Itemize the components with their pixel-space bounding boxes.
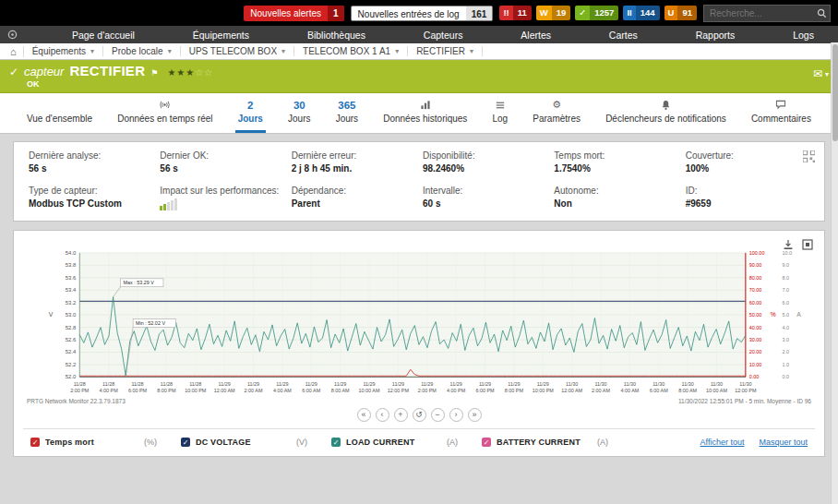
download-icon[interactable] [783,237,794,254]
tab-donn-es-historiques[interactable]: Données historiques [380,95,470,133]
tab-d-clencheurs-de-notifications[interactable]: Déclencheurs de notifications [603,95,729,133]
menu-item-biblioth-ques[interactable]: Bibliothèques [304,30,369,41]
stars-empty: ☆☆ [195,67,213,78]
tab-commentaires[interactable]: Commentaires [748,95,814,133]
breadcrumb-label: Probe locale [112,46,163,56]
channel-checkbox[interactable]: ✓ [482,438,491,447]
chevron-down-icon: ▾ [395,47,399,55]
home-icon[interactable]: ⌂ [4,46,24,57]
search-input[interactable] [704,8,813,18]
breadcrumb-item-telecom-box-1-a1[interactable]: TELECOM BOX 1 A1▾ [294,46,408,56]
paused-count: 144 [636,6,660,20]
new-alerts-label: Nouvelles alertes [244,6,328,21]
legend-item-temps-mort[interactable]: ✓Temps mort(%) [30,438,181,447]
vertical-scrollbar[interactable] [831,42,838,504]
info-value: 98.2460% [423,163,546,174]
channel-unit: (A) [447,438,458,447]
chart-area: 52.052.252.452.652.853.053.253.453.653.8… [23,247,815,397]
svg-text:2.0: 2.0 [782,349,789,354]
tab-vue-d-ensemble[interactable]: Vue d'ensemble [24,95,95,133]
chart-nav-step-back-button[interactable]: ‹ [376,408,389,422]
channel-checkbox[interactable]: ✓ [30,438,40,447]
chart-nav-jump-forward-button[interactable]: » [468,408,482,422]
svg-text:53.4: 53.4 [66,287,77,293]
svg-text:11/30: 11/30 [682,381,694,387]
status-badge-ok[interactable]: ✓1257 [575,6,618,20]
main-menu-bar: Page d'accueilÉquipementsBibliothèquesCa… [0,26,838,43]
info-value: 60 s [423,198,546,209]
breadcrumb-item-quipements[interactable]: Équipements▾ [24,46,103,56]
tab-365-jours[interactable]: 365Jours [333,95,361,133]
svg-text:11/29: 11/29 [479,381,491,387]
comment-icon [775,99,786,111]
chart-nav-reset-button[interactable]: ↺ [413,408,426,422]
tab-label: Paramètres [533,114,581,124]
tab-period-number: 365 [338,99,355,111]
menu-item-cartes[interactable]: Cartes [605,30,641,41]
scrollbar-thumb[interactable] [832,44,838,141]
menu-item-capteurs[interactable]: Capteurs [420,30,467,41]
channel-checkbox[interactable]: ✓ [181,438,190,447]
priority-stars[interactable]: ★★★☆☆ [167,67,213,78]
chart-legend: ✓Temps mort(%)✓DC VOLTAGE(V)✓LOAD CURREN… [23,428,815,452]
svg-text:11/30: 11/30 [594,381,606,387]
breadcrumb-label: UPS TELECOM BOX [189,46,277,56]
flag-icon[interactable]: ⚑ [150,68,158,78]
svg-text:11/29: 11/29 [247,381,259,387]
menu-item-logs[interactable]: Logs [789,30,818,41]
svg-text:53.2: 53.2 [66,300,77,306]
fullscreen-icon[interactable] [802,237,813,254]
tab-donn-es-en-temps-r-el[interactable]: Données en temps réel [114,95,215,133]
chart-nav-zoom-out-button[interactable]: − [431,408,445,422]
new-log-entries-button[interactable]: Nouvelles entrées de log 161 [351,6,494,21]
hide-all-link[interactable]: Masquer tout [759,438,808,447]
svg-text:50.00: 50.00 [749,312,762,318]
svg-text:10.00: 10.00 [749,362,762,367]
channel-unit: (%) [144,438,157,447]
info-value: 56 s [160,163,283,174]
notify-mail-menu[interactable]: ✉ ▾ [813,67,829,80]
chart-nav-jump-back-button[interactable]: « [357,408,371,422]
menu-item-rapports[interactable]: Rapports [692,30,739,41]
legend-item-dc-voltage[interactable]: ✓DC VOLTAGE(V) [181,438,331,447]
svg-text:12:00 PM: 12:00 PM [388,388,410,393]
menu-item-page-d-accueil[interactable]: Page d'accueil [68,30,138,41]
chevron-down-icon: ▾ [90,47,94,55]
status-badge-errors[interactable]: !!11 [499,6,531,20]
svg-text:9.0: 9.0 [782,262,789,268]
search-icon[interactable] [813,8,830,18]
info-value: 1.7540% [554,163,677,174]
qr-code-icon[interactable] [803,150,815,166]
svg-text:11/29: 11/29 [363,381,375,387]
channel-checkbox[interactable]: ✓ [331,438,341,447]
timeseries-chart[interactable]: 52.052.252.452.652.853.053.253.453.653.8… [23,247,815,397]
chart-nav-step-forward-button[interactable]: › [449,408,463,422]
legend-item-load-current[interactable]: ✓LOAD CURRENT(A) [331,438,482,447]
tab-param-tres[interactable]: ⚙Paramètres [530,95,583,133]
menu-item-quipements[interactable]: Équipements [189,30,253,41]
status-badge-unusual[interactable]: U91 [664,6,697,20]
new-alerts-button[interactable]: Nouvelles alertes 1 [244,6,343,21]
info-value: #9659 [686,198,809,209]
tab-2-jours[interactable]: 2Jours [235,95,266,133]
tab-log[interactable]: Log [490,95,511,133]
legend-item-battery-current[interactable]: ✓BATTERY CURRENT(A) [482,438,632,447]
show-all-link[interactable]: Afficher tout [700,438,745,447]
svg-text:2:00 PM: 2:00 PM [70,388,90,393]
menu-item-alertes[interactable]: Alertes [517,30,555,41]
status-badge-warnings[interactable]: W19 [536,6,571,20]
top-bar: Nouvelles alertes 1 Nouvelles entrées de… [0,0,838,26]
svg-text:60.00: 60.00 [749,300,762,306]
status-badge-paused[interactable]: II144 [623,6,659,20]
tab-period-number: 30 [293,99,305,111]
sensor-status-badge: OK [27,79,829,89]
unusual-icon: U [664,6,678,20]
breadcrumb-item-ups-telecom-box[interactable]: UPS TELECOM BOX▾ [181,46,294,56]
tab-30-jours[interactable]: 30Jours [285,95,313,133]
svg-text:5.0: 5.0 [782,312,789,318]
svg-text:52.8: 52.8 [66,325,77,330]
breadcrumb-item-probe-locale[interactable]: Probe locale▾ [103,46,181,56]
chart-nav-zoom-in-button[interactable]: + [394,408,408,422]
breadcrumb-item-rectifier[interactable]: RECTIFIER▾ [408,46,483,56]
sensor-info-card: Dernière analyse:56 sDernier OK:56 sDern… [13,141,825,222]
